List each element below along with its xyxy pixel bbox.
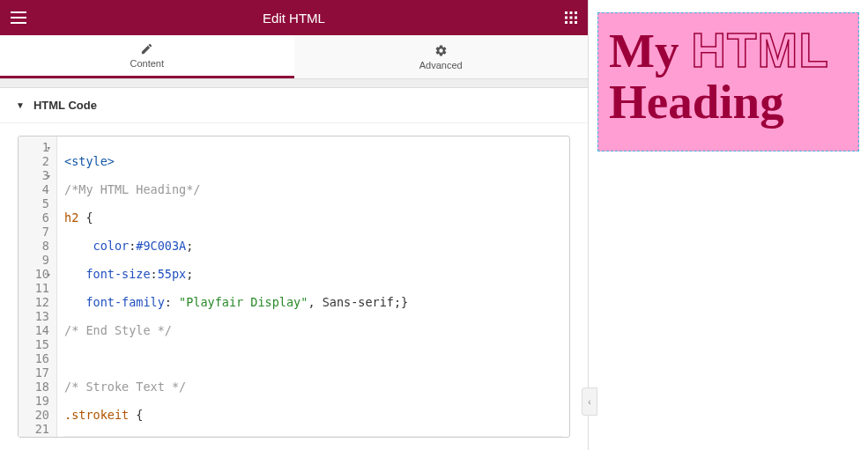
svg-rect-5 xyxy=(575,17,577,19)
spacer xyxy=(0,79,588,88)
svg-rect-7 xyxy=(570,21,573,24)
tab-label: Advanced xyxy=(419,60,463,70)
tab-label: Content xyxy=(130,58,164,69)
panel-header: Edit HTML xyxy=(0,0,588,35)
panel-collapse-handle[interactable]: ‹ xyxy=(582,387,597,416)
pencil-icon xyxy=(140,42,153,55)
hamburger-icon[interactable] xyxy=(11,11,26,24)
tab-content[interactable]: Content xyxy=(0,35,294,78)
code-area[interactable]: <style> /*My HTML Heading*/ h2 { color:#… xyxy=(57,136,569,437)
line-number-gutter: 123456789101112131415161718192021 xyxy=(19,136,57,437)
svg-rect-6 xyxy=(565,21,568,24)
svg-rect-3 xyxy=(565,17,568,19)
svg-rect-2 xyxy=(575,11,577,14)
gear-icon xyxy=(434,44,448,57)
preview-pane: My HTMLHeading xyxy=(589,0,868,450)
svg-rect-4 xyxy=(570,17,573,19)
preview-widget[interactable]: My HTMLHeading xyxy=(597,12,859,151)
svg-rect-0 xyxy=(565,11,568,14)
chevron-left-icon: ‹ xyxy=(588,397,590,407)
editor-panel: Edit HTML Content Advanced ▼ HTML Code xyxy=(0,0,589,450)
panel-title: Edit HTML xyxy=(263,11,325,26)
tab-advanced[interactable]: Advanced xyxy=(294,35,589,78)
section-header-html-code[interactable]: ▼ HTML Code xyxy=(0,88,588,123)
caret-down-icon: ▼ xyxy=(16,100,25,110)
code-editor[interactable]: 123456789101112131415161718192021 <style… xyxy=(18,136,570,438)
preview-stroke-text: HTML xyxy=(691,23,829,77)
apps-grid-icon[interactable] xyxy=(565,11,577,24)
section-title: HTML Code xyxy=(33,99,97,112)
tabs: Content Advanced xyxy=(0,35,588,79)
preview-heading: My HTMLHeading xyxy=(609,26,848,128)
svg-rect-1 xyxy=(570,11,573,14)
svg-rect-8 xyxy=(575,21,577,24)
